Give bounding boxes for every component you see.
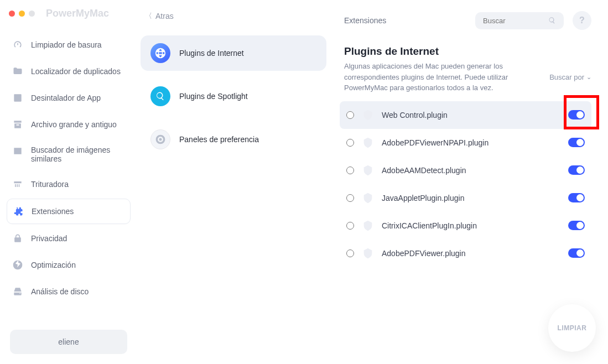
category-spotlight-plugins[interactable]: Plugins de Spotlight [141,79,326,114]
sidebar-item-label: Limpiador de basura [31,40,102,49]
plugin-toggle[interactable] [568,110,585,119]
disk-icon [12,286,23,297]
lock-icon [12,233,23,244]
extension-icon [13,206,24,217]
plugin-icon [362,247,374,259]
back-label: Atras [155,12,174,20]
sidebar-item-shredder[interactable]: Trituradora [7,172,131,196]
chevron-left-icon: 〈 [145,11,152,21]
sidebar-item-label: Análisis de disco [31,287,89,296]
plugin-toggle[interactable] [568,248,585,258]
app-title: PowerMyMac [46,8,109,19]
sidebar-item-label: Buscador de imágenes similares [31,145,125,163]
search-input[interactable] [483,17,543,25]
plugin-select-radio[interactable] [346,194,354,202]
globe-icon [150,43,170,63]
maximize-dot[interactable] [29,11,35,17]
sidebar-item-similar-images[interactable]: Buscador de imágenes similares [7,139,131,170]
sidebar-item-uninstaller[interactable]: Desintalador de App [7,86,131,110]
page-title: Plugins de Internet [344,45,543,58]
plugin-icon [362,192,374,204]
sidebar-item-junk-cleaner[interactable]: Limpiador de basura [7,33,131,57]
search-box[interactable] [475,12,564,29]
plugin-row[interactable]: CitrixICAClientPlugIn.plugin [340,212,591,240]
folder-icon [12,66,23,77]
plugin-row[interactable]: AdobePDFViewerNPAPI.plugin [340,129,591,157]
plugin-select-radio[interactable] [346,167,354,174]
plugin-select-radio[interactable] [346,111,354,119]
plugin-icon [362,220,374,232]
chevron-down-icon: ⌄ [586,74,591,81]
sidebar-item-extensions[interactable]: Extensiones [7,199,131,224]
sidebar-item-privacy[interactable]: Privacidad [7,226,131,251]
sidebar-item-label: Archivo grande y antiguo [31,120,117,129]
plugin-select-radio[interactable] [346,222,354,230]
plugin-select-radio[interactable] [346,139,354,147]
shredder-icon [12,179,23,190]
gauge-icon [12,39,23,50]
plugin-row[interactable]: AdobePDFViewer.plugin [340,240,591,267]
sidebar-item-disk[interactable]: Análisis de disco [7,279,131,304]
plugin-row[interactable]: JavaAppletPlugin.plugin [340,184,591,212]
plugin-row[interactable]: Web Control.plugin [340,101,591,129]
help-button[interactable]: ? [573,11,591,30]
plugin-toggle[interactable] [568,193,585,202]
plugin-toggle[interactable] [568,221,585,230]
sidebar-item-label: Optimización [31,261,76,269]
plugin-icon [362,137,374,149]
user-chip[interactable]: eliene [10,330,127,354]
plugin-name: Web Control.plugin [382,111,560,119]
sort-by-button[interactable]: Buscar por ⌄ [549,45,591,81]
preferences-icon [150,129,170,149]
page-description: Algunas aplicaciones del Mac pueden gene… [344,61,543,93]
plugin-name: AdobePDFViewerNPAPI.plugin [382,138,560,147]
minimize-dot[interactable] [19,11,25,17]
plugin-name: JavaAppletPlugin.plugin [382,194,560,202]
sidebar-item-optimization[interactable]: Optimización [7,253,131,277]
plugin-name: AdobeAAMDetect.plugin [382,166,560,175]
sidebar-item-label: Privacidad [31,234,67,243]
sidebar-item-large-old[interactable]: Archivo grande y antiguo [7,112,131,137]
category-internet-plugins[interactable]: Plugins de Internet [141,35,326,71]
category-preference-panes[interactable]: Paneles de preferencia [141,122,326,157]
search-icon [150,86,170,106]
plugin-select-radio[interactable] [346,249,354,257]
sort-label: Buscar por [549,73,584,81]
category-label: Paneles de preferencia [179,135,259,144]
speed-icon [12,259,23,271]
sidebar-item-label: Extensiones [32,207,74,216]
section-heading: Extensiones [340,16,466,25]
plugin-icon [362,109,374,121]
archive-icon [12,119,23,130]
image-icon [12,145,23,157]
clean-button[interactable]: LIMPIAR [548,304,596,352]
back-button[interactable]: 〈 Atras [141,6,326,35]
plugin-toggle[interactable] [568,138,585,147]
plugin-name: CitrixICAClientPlugIn.plugin [382,221,560,230]
sidebar-item-label: Localizador de duplicados [31,67,121,76]
plugin-icon [362,164,374,176]
sidebar-item-duplicates[interactable]: Localizador de duplicados [7,59,131,84]
window-controls[interactable] [9,11,35,17]
close-dot[interactable] [9,11,15,17]
sidebar-item-label: Trituradora [31,180,69,189]
app-icon [12,92,23,103]
category-label: Plugins de Internet [179,49,244,58]
search-icon [548,17,556,24]
plugin-name: AdobePDFViewer.plugin [382,249,560,258]
plugin-toggle[interactable] [568,165,585,175]
plugin-row[interactable]: AdobeAAMDetect.plugin [340,157,591,184]
category-label: Plugins de Spotlight [179,92,248,101]
sidebar-item-label: Desintalador de App [31,93,101,102]
